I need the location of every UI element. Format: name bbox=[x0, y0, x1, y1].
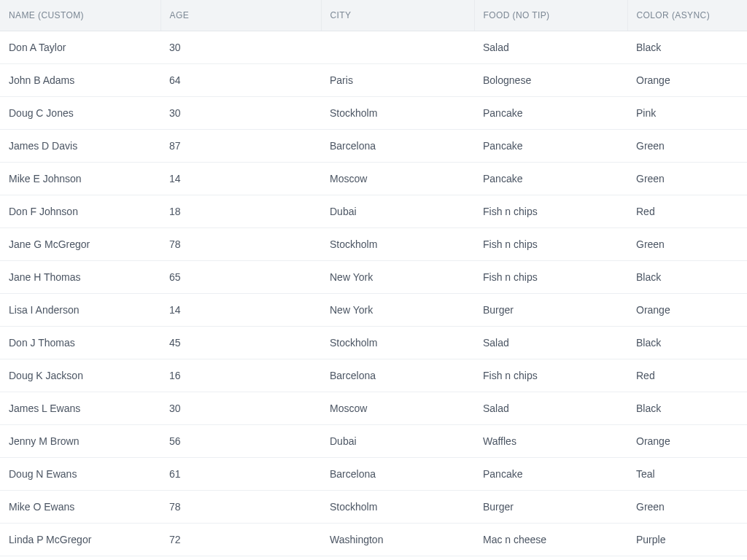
cell-name: Lisa I Anderson bbox=[0, 294, 160, 327]
table-row[interactable]: Mike E Johnson14MoscowPancakeGreen bbox=[0, 163, 747, 195]
cell-city: Barcelona bbox=[321, 130, 474, 163]
table-row[interactable]: Jane G McGregor78StockholmFish n chipsGr… bbox=[0, 228, 747, 261]
cell-food: Pancake bbox=[474, 458, 627, 491]
cell-age: 14 bbox=[160, 294, 321, 327]
cell-color: Purple bbox=[627, 524, 747, 556]
cell-city: Dubai bbox=[321, 195, 474, 228]
cell-city: Dubai bbox=[321, 425, 474, 458]
cell-age: 56 bbox=[160, 425, 321, 458]
col-header-color[interactable]: COLOR (ASYNC) bbox=[627, 0, 747, 31]
cell-name: John B Adams bbox=[0, 64, 160, 97]
cell-city: Washington bbox=[321, 524, 474, 556]
col-header-city[interactable]: CITY bbox=[321, 0, 474, 31]
cell-color: Black bbox=[627, 392, 747, 425]
cell-name: Linda P McGregor bbox=[0, 524, 160, 556]
table-row[interactable]: Doug K Jackson16BarcelonaFish n chipsRed bbox=[0, 359, 747, 392]
cell-color: Green bbox=[627, 228, 747, 261]
cell-color: Teal bbox=[627, 458, 747, 491]
cell-city: New York bbox=[321, 261, 474, 294]
cell-age: 30 bbox=[160, 392, 321, 425]
cell-color: Green bbox=[627, 163, 747, 195]
table-body: Don A Taylor30SaladBlackJohn B Adams64Pa… bbox=[0, 31, 747, 556]
cell-age: 65 bbox=[160, 261, 321, 294]
table-row[interactable]: Linda P McGregor72WashingtonMac n cheese… bbox=[0, 524, 747, 556]
data-table: NAME (CUSTOM) AGE CITY FOOD (NO TIP) COL… bbox=[0, 0, 747, 556]
cell-color: Red bbox=[627, 359, 747, 392]
cell-name: Doug C Jones bbox=[0, 97, 160, 130]
cell-age: 61 bbox=[160, 458, 321, 491]
cell-name: Don F Johnson bbox=[0, 195, 160, 228]
cell-name: Don A Taylor bbox=[0, 31, 160, 64]
cell-name: Jane G McGregor bbox=[0, 228, 160, 261]
cell-city: Barcelona bbox=[321, 458, 474, 491]
cell-age: 30 bbox=[160, 31, 321, 64]
cell-age: 14 bbox=[160, 163, 321, 195]
cell-color: Green bbox=[627, 130, 747, 163]
cell-color: Green bbox=[627, 491, 747, 524]
cell-food: Salad bbox=[474, 31, 627, 64]
cell-color: Black bbox=[627, 31, 747, 64]
cell-food: Waffles bbox=[474, 425, 627, 458]
table-row[interactable]: Jane H Thomas65New YorkFish n chipsBlack bbox=[0, 261, 747, 294]
table-row[interactable]: Doug C Jones30StockholmPancakePink bbox=[0, 97, 747, 130]
cell-city bbox=[321, 31, 474, 64]
table-row[interactable]: Don A Taylor30SaladBlack bbox=[0, 31, 747, 64]
table-header: NAME (CUSTOM) AGE CITY FOOD (NO TIP) COL… bbox=[0, 0, 747, 31]
cell-color: Orange bbox=[627, 294, 747, 327]
cell-food: Mac n cheese bbox=[474, 524, 627, 556]
cell-age: 78 bbox=[160, 491, 321, 524]
cell-name: Jenny M Brown bbox=[0, 425, 160, 458]
cell-food: Pancake bbox=[474, 130, 627, 163]
table-row[interactable]: Mike O Ewans78StockholmBurgerGreen bbox=[0, 491, 747, 524]
cell-name: Mike E Johnson bbox=[0, 163, 160, 195]
cell-name: Mike O Ewans bbox=[0, 491, 160, 524]
cell-food: Fish n chips bbox=[474, 261, 627, 294]
cell-city: Moscow bbox=[321, 392, 474, 425]
table-row[interactable]: James D Davis87BarcelonaPancakeGreen bbox=[0, 130, 747, 163]
cell-age: 18 bbox=[160, 195, 321, 228]
cell-color: Pink bbox=[627, 97, 747, 130]
table-row[interactable]: James L Ewans30MoscowSaladBlack bbox=[0, 392, 747, 425]
table-row[interactable]: John B Adams64ParisBologneseOrange bbox=[0, 64, 747, 97]
cell-color: Black bbox=[627, 327, 747, 359]
cell-city: Moscow bbox=[321, 163, 474, 195]
cell-food: Pancake bbox=[474, 163, 627, 195]
cell-color: Red bbox=[627, 195, 747, 228]
cell-name: James D Davis bbox=[0, 130, 160, 163]
col-header-name[interactable]: NAME (CUSTOM) bbox=[0, 0, 160, 31]
cell-food: Pancake bbox=[474, 97, 627, 130]
cell-color: Orange bbox=[627, 425, 747, 458]
table-row[interactable]: Doug N Ewans61BarcelonaPancakeTeal bbox=[0, 458, 747, 491]
cell-age: 16 bbox=[160, 359, 321, 392]
cell-food: Burger bbox=[474, 294, 627, 327]
cell-name: Don J Thomas bbox=[0, 327, 160, 359]
cell-name: Jane H Thomas bbox=[0, 261, 160, 294]
cell-name: Doug N Ewans bbox=[0, 458, 160, 491]
cell-food: Fish n chips bbox=[474, 359, 627, 392]
cell-age: 30 bbox=[160, 97, 321, 130]
cell-food: Salad bbox=[474, 327, 627, 359]
cell-color: Black bbox=[627, 261, 747, 294]
cell-city: New York bbox=[321, 294, 474, 327]
cell-food: Burger bbox=[474, 491, 627, 524]
cell-color: Orange bbox=[627, 64, 747, 97]
cell-food: Salad bbox=[474, 392, 627, 425]
cell-city: Stockholm bbox=[321, 491, 474, 524]
cell-food: Fish n chips bbox=[474, 195, 627, 228]
cell-name: Doug K Jackson bbox=[0, 359, 160, 392]
cell-age: 64 bbox=[160, 64, 321, 97]
cell-food: Fish n chips bbox=[474, 228, 627, 261]
table-row[interactable]: Lisa I Anderson14New YorkBurgerOrange bbox=[0, 294, 747, 327]
cell-name: James L Ewans bbox=[0, 392, 160, 425]
cell-city: Stockholm bbox=[321, 228, 474, 261]
table-row[interactable]: Don J Thomas45StockholmSaladBlack bbox=[0, 327, 747, 359]
cell-city: Stockholm bbox=[321, 327, 474, 359]
table-row[interactable]: Don F Johnson18DubaiFish n chipsRed bbox=[0, 195, 747, 228]
cell-age: 87 bbox=[160, 130, 321, 163]
table-row[interactable]: Jenny M Brown56DubaiWafflesOrange bbox=[0, 425, 747, 458]
cell-age: 45 bbox=[160, 327, 321, 359]
col-header-age[interactable]: AGE bbox=[160, 0, 321, 31]
cell-age: 78 bbox=[160, 228, 321, 261]
col-header-food[interactable]: FOOD (NO TIP) bbox=[474, 0, 627, 31]
cell-age: 72 bbox=[160, 524, 321, 556]
